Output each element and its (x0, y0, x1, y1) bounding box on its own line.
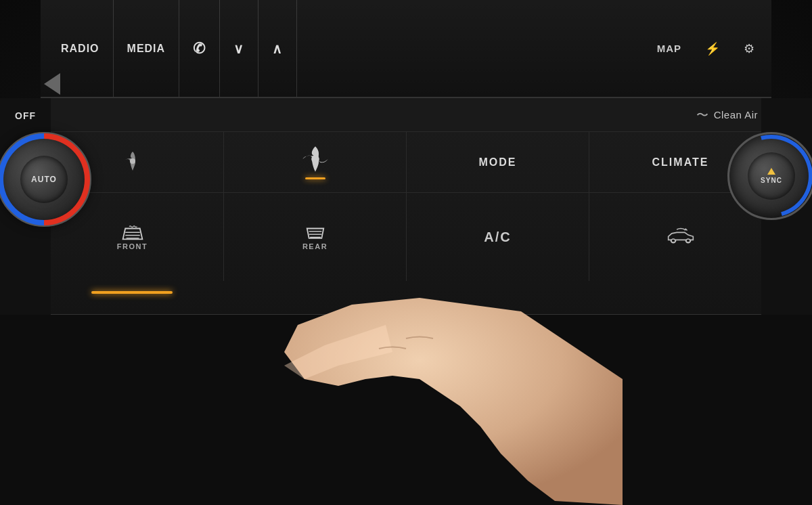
temp-dial[interactable]: AUTO (0, 132, 91, 227)
right-nav-icons: MAP ⚡ ⚙ (647, 36, 765, 62)
infotainment-screen: RADIO MEDIA ✆ ∨ ∧ MAP ⚡ ⚙ (41, 0, 771, 98)
tab-map[interactable]: MAP (647, 37, 692, 60)
off-label[interactable]: OFF (15, 110, 36, 121)
front-defrost-icon (120, 223, 145, 242)
front-label: FRONT (117, 242, 148, 250)
clean-air-label: Clean Air (714, 109, 758, 120)
sync-dial-container: SYNC (727, 132, 812, 220)
sync-label: SYNC (761, 177, 782, 184)
auto-label: AUTO (31, 175, 57, 184)
fan-high-icon (301, 145, 330, 173)
fan-low-icon (120, 149, 145, 173)
tab-phone[interactable]: ✆ (179, 0, 220, 97)
rear-defrost-icon (303, 223, 328, 242)
front-active-led (91, 291, 173, 294)
power-icon[interactable]: ⚡ (695, 36, 730, 62)
nav-tabs-container: RADIO MEDIA ✆ ∨ ∧ (47, 0, 297, 97)
clean-air-strip: 〜 Clean Air (41, 98, 771, 132)
scene: OFF AUTO RADIO MEDIA ✆ ∨ ∧ (0, 0, 812, 505)
sync-arrow-icon (767, 168, 775, 175)
phone-icon: ✆ (193, 40, 206, 58)
sync-dial[interactable]: SYNC (727, 132, 812, 220)
fan-high-button[interactable] (224, 132, 407, 192)
temp-dial-container: AUTO (0, 132, 91, 227)
chevron-up-icon: ∧ (272, 41, 283, 57)
settings-icon[interactable]: ⚙ (734, 36, 765, 62)
climate-label: CLIMATE (652, 156, 709, 169)
tab-chevron-down[interactable]: ∨ (220, 0, 258, 97)
hand-svg (284, 244, 623, 505)
mode-button[interactable]: MODE (407, 132, 589, 192)
sync-inner[interactable]: SYNC (748, 152, 795, 200)
recirc-icon (666, 227, 696, 247)
top-button-row: MODE CLIMATE (41, 132, 771, 193)
tab-media[interactable]: MEDIA (114, 0, 180, 97)
auto-button[interactable]: AUTO (20, 156, 68, 203)
fan-high-led (305, 177, 325, 179)
hand-pointer (284, 244, 623, 505)
back-arrow-icon[interactable] (44, 73, 60, 95)
tab-chevron-up[interactable]: ∧ (258, 0, 297, 97)
ac-label: A/C (484, 229, 511, 245)
chevron-down-icon: ∨ (233, 41, 244, 57)
mode-label: MODE (479, 156, 517, 169)
clean-air-icon: 〜 (696, 107, 708, 123)
